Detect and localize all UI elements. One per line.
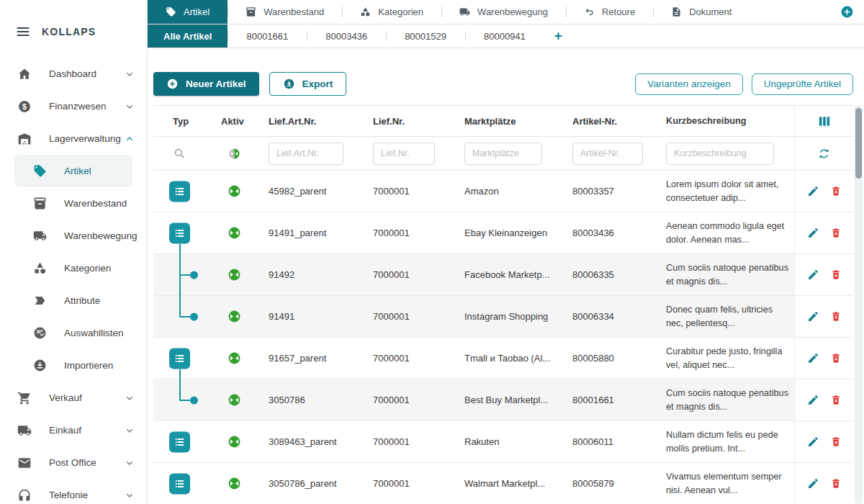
delete-button[interactable] — [830, 269, 842, 281]
table-row[interactable]: 3050786 7000001 Best Buy Marketpl... 800… — [153, 379, 853, 421]
varianten-anzeigen-button[interactable]: Varianten anzeigen — [635, 73, 742, 95]
export-button[interactable]: Export — [269, 72, 347, 96]
cell-artikel-nr: 80003357 — [561, 171, 654, 212]
sidebar-item-lagerverwaltung[interactable]: Lagerverwaltung — [0, 122, 147, 155]
edit-button[interactable] — [807, 436, 819, 448]
sidebar-subitem-kategorien[interactable]: Kategorien — [14, 252, 132, 284]
sidebar-subitem-attribute[interactable]: Attribute — [14, 284, 132, 317]
sidebar-item-label: Dashboard — [49, 68, 96, 79]
neuer-artikel-button[interactable]: Neuer Artikel — [153, 72, 259, 96]
sidebar-item-dashboard[interactable]: Dashboard — [0, 58, 147, 90]
delete-button[interactable] — [830, 185, 842, 197]
sidebar-subitem-warenbestand[interactable]: Warenbestand — [14, 187, 132, 220]
delete-button[interactable] — [830, 477, 842, 490]
sidebar-subitem-artikel[interactable]: Artikel — [14, 155, 132, 187]
add-tab-button[interactable] — [840, 5, 854, 19]
pencil-icon — [807, 310, 819, 323]
subtab-label: 80001529 — [405, 31, 446, 42]
edit-button[interactable] — [807, 310, 819, 323]
edit-button[interactable] — [807, 269, 819, 281]
header-lief-art-nr: Lief.Art.Nr. — [257, 106, 362, 136]
cell-artikel-nr: 80001661 — [561, 379, 654, 420]
active-icon — [228, 310, 241, 323]
sidebar-subitem-importieren[interactable]: Importieren — [14, 349, 132, 382]
sidebar-item-verkauf[interactable]: Verkauf — [0, 382, 147, 414]
active-icon — [228, 184, 241, 198]
filter-typ[interactable] — [153, 137, 211, 170]
table-row[interactable]: 45982_parent 7000001 Amazon 80003357 Lor… — [153, 171, 853, 212]
filter-marktplaetze-input[interactable] — [464, 143, 542, 165]
filter-kurzbeschreibung-input[interactable] — [666, 143, 774, 165]
ungepruefte-artikel-button[interactable]: Ungeprüfte Artikel — [752, 73, 853, 95]
button-label: Neuer Artikel — [186, 78, 246, 89]
edit-button[interactable] — [807, 352, 819, 364]
subtab-80003436[interactable]: 80003436 — [307, 24, 386, 48]
sidebar-item-telefonie[interactable]: Telefonie — [0, 479, 147, 504]
header-lief-nr: Lief.Nr. — [362, 106, 453, 136]
table-row[interactable]: 3050786_parent 7000001 Walmart Marketpl.… — [153, 463, 853, 504]
sidebar-subitem-label: Attribute — [64, 295, 100, 306]
list-circle-icon — [33, 326, 47, 340]
tab-dokument[interactable]: Dokument — [653, 0, 750, 24]
tree-connector — [179, 244, 181, 254]
table-row[interactable]: 91657_parent 7000001 Tmall и Taobao (Al.… — [153, 338, 853, 379]
sidebar-item-label: Verkauf — [49, 392, 82, 403]
subtab-bar: Alle Artikel 80001661 80003436 80001529 … — [148, 24, 864, 48]
tab-artikel[interactable]: Artikel — [148, 0, 228, 24]
tab-warenbewegung[interactable]: Warenbewegung — [441, 0, 566, 24]
table-row[interactable]: 91491_parent 7000001 Ebay Kleinanzeigen … — [153, 212, 853, 254]
pencil-icon — [807, 227, 819, 239]
table-row[interactable]: 91491 7000001 Instagram Shopping 8000633… — [153, 296, 853, 338]
brand: KOLLAPS — [0, 0, 147, 39]
edit-button[interactable] — [807, 185, 819, 197]
tab-warenbestand[interactable]: Warenbestand — [228, 0, 342, 24]
cell-typ — [153, 212, 211, 253]
tab-kategorien[interactable]: Kategorien — [342, 0, 441, 24]
tree-node-dot — [190, 271, 198, 279]
menu-icon[interactable] — [16, 24, 30, 39]
sidebar-subitem-warenbewegung[interactable]: Warenbewegung — [14, 220, 132, 252]
add-subtab-button[interactable]: + — [544, 24, 572, 48]
subtab-80001661[interactable]: 80001661 — [228, 24, 307, 48]
cell-aktiv — [211, 254, 257, 295]
parent-article-icon[interactable] — [169, 222, 190, 243]
filter-artikel-nr-input[interactable] — [572, 143, 643, 165]
column-settings-button[interactable] — [794, 106, 853, 136]
scrollbar-thumb[interactable] — [855, 108, 862, 179]
delete-button[interactable] — [830, 227, 842, 239]
sidebar-item-post-office[interactable]: Post Office — [0, 446, 147, 479]
plus-circle-icon — [166, 78, 179, 90]
inventory-box-icon — [33, 197, 47, 210]
refresh-button[interactable] — [794, 137, 853, 170]
delete-button[interactable] — [830, 436, 842, 448]
tab-retoure[interactable]: Retoure — [566, 0, 653, 24]
sidebar-subitem-auswahllisten[interactable]: Auswahllisten — [14, 317, 132, 349]
parent-article-icon[interactable] — [169, 348, 190, 369]
header-artikel-nr: Artikel-Nr. — [561, 106, 654, 136]
parent-article-icon[interactable] — [169, 181, 190, 202]
delete-button[interactable] — [830, 310, 842, 323]
table-row[interactable]: 91492 7000001 Facebook Marketp... 800063… — [153, 254, 853, 296]
subtab-80000941[interactable]: 80000941 — [465, 24, 544, 48]
button-label: Ungeprüfte Artikel — [764, 78, 841, 89]
edit-button[interactable] — [807, 394, 819, 406]
sidebar-item-einkauf[interactable]: Einkauf — [0, 414, 147, 446]
delete-button[interactable] — [830, 394, 842, 406]
plus-icon: + — [554, 28, 562, 44]
sidebar-item-finanzwesen[interactable]: $ Finanzwesen — [0, 90, 147, 122]
edit-button[interactable] — [807, 477, 819, 490]
tab-label: Retoure — [602, 6, 635, 17]
table-row[interactable]: 3089463_parent 7000001 Rakuten 80006011 … — [153, 421, 853, 463]
subtab-80001529[interactable]: 80001529 — [386, 24, 465, 48]
delivery-truck-icon — [17, 423, 32, 438]
filter-lief-art-nr-input[interactable] — [269, 143, 343, 165]
subtab-alle-artikel[interactable]: Alle Artikel — [148, 24, 228, 48]
delete-button[interactable] — [830, 352, 842, 364]
filter-lief-nr-input[interactable] — [373, 143, 435, 165]
header-aktiv: Aktiv — [211, 106, 257, 136]
edit-button[interactable] — [807, 227, 819, 239]
filter-aktiv-toggle[interactable] — [211, 137, 257, 170]
parent-article-icon[interactable] — [169, 431, 190, 452]
parent-article-icon[interactable] — [169, 473, 190, 494]
inventory-box-icon — [246, 6, 256, 17]
